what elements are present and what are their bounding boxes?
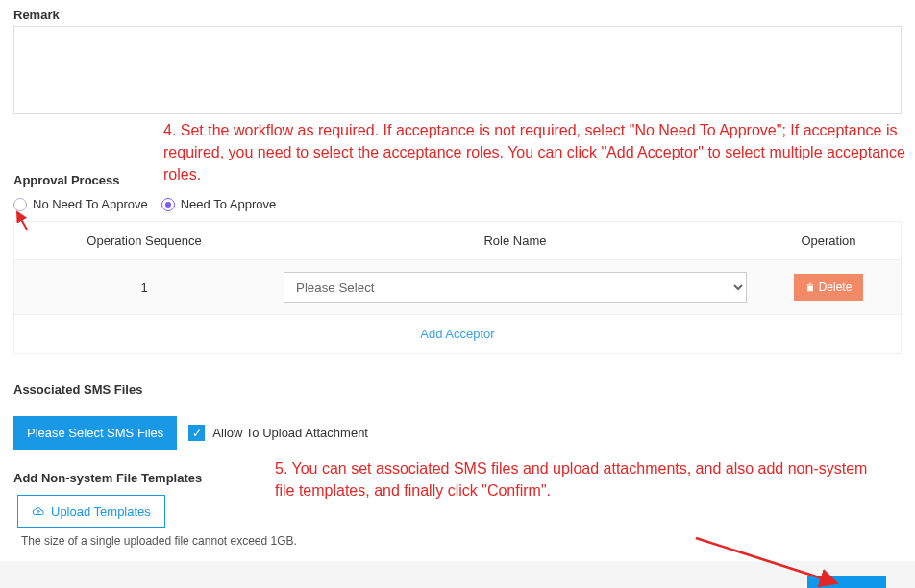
remark-label: Remark — [0, 0, 915, 26]
radio-no-need-to-approve[interactable]: No Need To Approve — [13, 197, 148, 211]
table-header-row: Operation Sequence Role Name Operation — [14, 222, 901, 260]
allow-upload-checkbox[interactable]: ✓ Allow To Upload Attachment — [188, 425, 368, 441]
remark-textarea[interactable] — [13, 26, 902, 114]
annotation-arrow-confirm — [692, 534, 846, 588]
checkbox-checked-icon: ✓ — [188, 425, 205, 441]
add-non-system-templates-label: Add Non-system File Templates — [0, 463, 915, 489]
allow-upload-label: Allow To Upload Attachment — [212, 426, 368, 440]
approval-process-label: Approval Process — [0, 165, 915, 191]
upload-templates-label: Upload Templates — [51, 504, 151, 519]
upload-templates-button[interactable]: Upload Templates — [17, 495, 165, 528]
annotation-arrow-radio — [12, 208, 33, 232]
th-role-name: Role Name — [274, 222, 756, 259]
svg-line-1 — [696, 538, 834, 582]
associated-sms-files-label: Associated SMS Files — [0, 375, 915, 401]
add-acceptor-link[interactable]: Add Acceptor — [420, 327, 494, 341]
select-sms-files-button[interactable]: Please Select SMS Files — [13, 416, 177, 450]
th-operation: Operation — [756, 222, 901, 259]
th-operation-sequence: Operation Sequence — [14, 222, 274, 259]
delete-button-label: Delete — [819, 281, 853, 294]
radio-need-to-approve[interactable]: Need To Approve — [161, 197, 277, 211]
role-select[interactable]: Please Select — [284, 272, 747, 303]
trash-icon — [805, 282, 815, 292]
table-row: 1 Please Select Delete — [14, 260, 901, 315]
cloud-upload-icon — [32, 507, 45, 517]
footer-bar: Confirm — [0, 561, 915, 588]
svg-line-0 — [17, 212, 27, 230]
radio-label-no-need: No Need To Approve — [33, 197, 148, 211]
delete-button[interactable]: Delete — [794, 274, 864, 301]
td-sequence: 1 — [14, 269, 274, 306]
approval-table: Operation Sequence Role Name Operation 1… — [13, 221, 902, 354]
radio-icon-selected — [161, 198, 175, 211]
radio-label-need: Need To Approve — [181, 197, 277, 211]
